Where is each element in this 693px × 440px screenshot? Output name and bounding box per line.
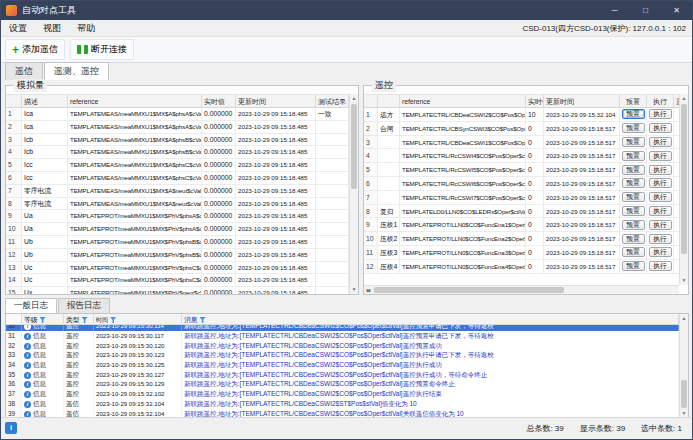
header-desc[interactable] [378,95,400,107]
vertical-scrollbar[interactable]: ▲ ▼ [679,314,688,418]
preset-button[interactable]: 预置 [622,192,645,202]
analog-row[interactable]: 11UbTEMPLATEPROT/meaMMXU1$MX$PhV$phsB$cV… [6,236,349,249]
analog-row[interactable]: 12UbTEMPLATEPROT/meaMMXU1$MX$PhV$phsB$cV… [6,249,349,262]
control-row[interactable]: 5TEMPLATECTRL/RcCSWI5$CO$Pos$Oper$ctlVal… [364,163,679,177]
add-signal-button[interactable]: + 添加遥信 [5,39,65,60]
analog-row[interactable]: 8零序电流TEMPLATEMEAS/meaMMXU1$MX$A$neut$cVa… [6,198,349,211]
preset-button[interactable]: 预置 [622,206,645,216]
analog-row[interactable]: 13UcTEMPLATEPROT/meaMMXU1$MX$PhV$phsC$cV… [6,262,349,275]
preset-button[interactable]: 预置 [622,165,645,175]
log-row[interactable]: 36i信息遥控2023-10-29 09:15:30.129新联跳遥控,地址为:… [6,379,679,389]
control-row[interactable]: 7TEMPLATECTRL/RcCSWI7$CO$Pos$Oper$ctlVal… [364,191,679,205]
analog-row[interactable]: 6IccTEMPLATEMEAS/meaMMXU1$MX$A$phsC$cVal… [6,172,349,185]
menu-view[interactable]: 视图 [35,20,69,36]
scrollbar-thumb[interactable] [351,104,357,189]
header-preset[interactable]: 预置 [620,95,647,107]
header-result[interactable]: 测试结果 [316,95,349,107]
execute-button[interactable]: 执行 [649,178,672,188]
header-message[interactable]: 消息 [182,314,679,324]
tab-signal[interactable]: 遥信 [5,62,43,80]
analog-row[interactable]: 1IcaTEMPLATEMEAS/meaMMXU1$MX$A$phsA$cVal… [6,108,349,121]
scroll-down-icon[interactable]: ▼ [680,276,688,285]
close-button[interactable]: ✕ [661,1,692,20]
control-row[interactable]: 8复归TEMPLATELD0/LLN0$CO$LEDRs$Oper$ctlVal… [364,205,679,219]
scrollbar-thumb[interactable] [681,104,687,254]
header-reference[interactable]: reference [68,95,202,107]
scroll-up-icon[interactable]: ▲ [680,314,688,323]
execute-button[interactable]: 执行 [649,137,672,147]
tab-general-log[interactable]: 一般日志 [5,298,57,313]
execute-button[interactable]: 执行 [649,247,672,257]
log-row[interactable]: 33i信息遥控2023-10-29 09:15:30.123新联跳遥控,地址为:… [6,350,679,360]
execute-button[interactable]: 执行 [649,206,672,216]
log-row[interactable]: 38i信息遥信2023-10-29 09:15:32.104新联跳遥控,地址为:… [6,399,679,409]
header-reference[interactable]: reference [400,95,526,107]
control-row[interactable]: 12压板4TEMPLATEPROT/LLN0$CO$FuncEna4$Oper$… [364,260,679,274]
control-row[interactable]: 9压板1TEMPLATEPROT/LLN0$CO$FuncEna1$Oper$c… [364,218,679,232]
minimize-button[interactable]: ─ [599,1,630,20]
analog-row[interactable]: 7零序电流TEMPLATEMEAS/meaMMXU1$MX$A$neut$cVa… [6,185,349,198]
scrollbar-thumb[interactable] [681,380,687,408]
preset-button[interactable]: 预置 [622,123,645,133]
execute-button[interactable]: 执行 [649,165,672,175]
vertical-scrollbar[interactable]: ▲ ▼ [679,94,688,285]
control-row[interactable]: 1远方TEMPLATECTRL/CBDeaCSWI2$CO$Pos$Oper$c… [364,108,679,122]
analog-row[interactable]: 14UcTEMPLATEPROT/meaMMXU1$MX$PhV$phsC$cV… [6,274,349,287]
execute-button[interactable]: 执行 [649,109,672,119]
execute-button[interactable]: 执行 [649,151,672,161]
preset-button[interactable]: 预置 [622,109,645,119]
menu-settings[interactable]: 设置 [1,20,35,36]
preset-button[interactable]: 预置 [622,178,645,188]
scrollbar-thumb[interactable] [374,287,564,293]
disconnect-button[interactable]: 断开连接 [70,39,134,60]
vertical-scrollbar[interactable]: ▲ ▼ [349,94,358,294]
analog-row[interactable]: 4IcbTEMPLATEMEAS/meaMMXU1$MX$A$phsB$cVal… [6,146,349,159]
filter-icon[interactable] [40,317,46,323]
preset-button[interactable]: 预置 [622,220,645,230]
control-row[interactable]: 3TEMPLATECTRL/CBDeaCSWI1$CO$Pos$Oper$ctl… [364,136,679,150]
log-row[interactable]: 31i信息遥控2023-10-29 09:15:30.117新联跳遥控,地址为:… [6,331,679,341]
analog-row[interactable]: 9UaTEMPLATEPROT/meaMMXU1$MX$PhV$phsA$cVa… [6,210,349,223]
preset-button[interactable]: 预置 [622,234,645,244]
control-row[interactable]: 6TEMPLATECTRL/RcCSWI6$CO$Pos$Oper$ctlVal… [364,177,679,191]
execute-button[interactable]: 执行 [649,192,672,202]
execute-button[interactable]: 执行 [649,123,672,133]
header-value[interactable]: 实时值 [526,95,544,107]
horizontal-scrollbar[interactable]: ◀ ▶ [364,285,679,294]
log-row[interactable]: 35i信息遥控2023-10-29 09:15:30.127新联跳遥控,地址为:… [6,370,679,380]
filter-icon[interactable] [200,317,206,323]
log-row[interactable]: 32i信息遥控2023-10-29 09:15:30.120新联跳遥控,地址为:… [6,341,679,351]
preset-button[interactable]: 预置 [622,137,645,147]
log-row[interactable]: 34i信息遥控2023-10-29 09:15:30.125新联跳遥控,地址为:… [6,360,679,370]
preset-button[interactable]: 预置 [622,261,645,271]
header-time[interactable]: 时间 [94,314,182,324]
analog-row[interactable]: 10UaTEMPLATEPROT/meaMMXU1$MX$PhV$phsA$cV… [6,223,349,236]
tab-measure-control[interactable]: 遥测、遥控 [44,62,109,80]
menu-help[interactable]: 帮助 [69,20,103,36]
log-row[interactable]: 30i信息遥控2023-10-29 09:15:30.114新联跳遥控,地址为:… [6,325,679,331]
tab-report-log[interactable]: 报告日志 [58,298,110,313]
analog-row[interactable]: 5IccTEMPLATEMEAS/meaMMXU1$MX$A$phsC$cVal… [6,159,349,172]
header-level[interactable]: 等级 [22,314,64,324]
header-value[interactable]: 实时值 [202,95,236,107]
control-row[interactable]: 11压板3TEMPLATEPROT/LLN0$CO$FuncEna3$Oper$… [364,246,679,260]
log-row[interactable]: 37i信息遥控2023-10-29 09:15:32.102新联跳遥控,地址为:… [6,389,679,399]
control-row[interactable]: 4TEMPLATECTRL/RcCSWI4$CO$Pos$Oper$ctlVal… [364,149,679,163]
execute-button[interactable]: 执行 [649,261,672,271]
header-execute[interactable]: 执行 [647,95,674,107]
header-type[interactable]: 类型 [64,314,94,324]
preset-button[interactable]: 预置 [622,151,645,161]
analog-row[interactable]: 15UxTEMPLATEPROT/meaMMXU1$MX$PhV$neut$cV… [6,287,349,294]
header-desc[interactable]: 描述 [22,95,68,107]
execute-button[interactable]: 执行 [649,234,672,244]
analog-row[interactable]: 3IcbTEMPLATEMEAS/meaMMXU1$MX$A$phsB$cVal… [6,134,349,147]
control-row[interactable]: 2合闸TEMPLATECTRL/CBSynCSWI3$CO$Pos$Oper$c… [364,122,679,136]
filter-icon[interactable] [110,317,116,323]
header-time[interactable]: 更新时间 [544,95,620,107]
scroll-up-icon[interactable]: ▲ [680,94,688,103]
scroll-down-icon[interactable]: ▼ [350,285,358,294]
analog-row[interactable]: 2IcaTEMPLATEMEAS/meaMMXU1$MX$A$phsA$cVal… [6,121,349,134]
execute-button[interactable]: 执行 [649,220,672,230]
maximize-button[interactable]: □ [630,1,661,20]
preset-button[interactable]: 预置 [622,247,645,257]
